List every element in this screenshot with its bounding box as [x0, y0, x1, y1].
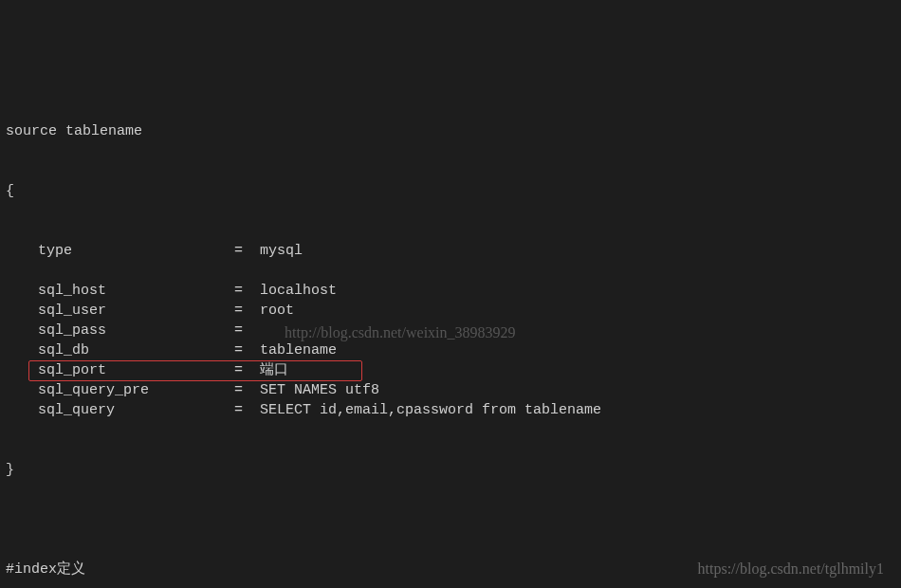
config-value: 端口: [260, 362, 288, 378]
index-comment: #index定义: [6, 560, 901, 579]
equals-sign: =: [234, 241, 260, 261]
config-line: sql_pass=: [6, 321, 901, 340]
config-line: sql_host=localhost: [6, 281, 901, 301]
brace-open: {: [6, 181, 901, 201]
equals-sign: =: [234, 340, 260, 360]
config-value: mysql: [260, 243, 303, 259]
equals-sign: =: [234, 301, 260, 321]
config-key: sql_query: [38, 400, 234, 420]
equals-sign: =: [234, 281, 260, 301]
config-line: sql_query_pre=SET NAMES utf8: [6, 380, 901, 400]
config-key: sql_host: [38, 281, 234, 301]
config-line: sql_query=SELECT id,email,cpassword from…: [6, 400, 901, 420]
equals-sign: =: [234, 380, 260, 400]
config-value: tablename: [260, 342, 337, 358]
config-key: type: [38, 241, 234, 261]
config-line: [6, 261, 901, 281]
config-line: type=mysql: [6, 241, 901, 261]
brace-close: }: [6, 460, 901, 480]
config-value: root: [260, 303, 294, 319]
config-key: sql_pass: [38, 321, 234, 340]
config-line: sql_port=端口: [6, 360, 901, 380]
config-key: sql_db: [38, 340, 234, 360]
equals-sign: =: [234, 360, 260, 380]
config-key: sql_port: [38, 360, 234, 380]
config-value: SET NAMES utf8: [260, 382, 379, 398]
config-value: localhost: [260, 283, 337, 299]
source-header: source tablename: [6, 121, 901, 141]
config-value: SELECT id,email,cpassword from tablename: [260, 402, 601, 418]
config-key: sql_user: [38, 301, 234, 321]
equals-sign: =: [234, 400, 260, 420]
code-block: source tablename { type=mysql sql_host=l…: [0, 80, 901, 588]
config-line: sql_db=tablename: [6, 340, 901, 360]
config-key: sql_query_pre: [38, 380, 234, 400]
config-line: sql_user=root: [6, 301, 901, 321]
equals-sign: =: [234, 321, 260, 340]
